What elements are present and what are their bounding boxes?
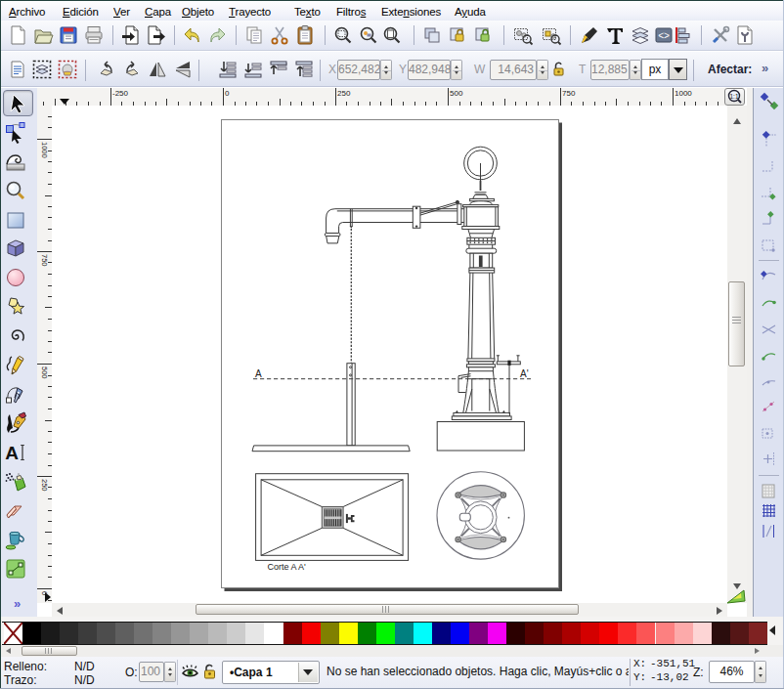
svg-text:750: 750 — [40, 254, 49, 267]
svg-text:0: 0 — [225, 89, 230, 98]
svg-text:Corte A A': Corte A A' — [268, 562, 307, 572]
svg-text:-250: -250 — [112, 89, 129, 98]
svg-text:1000: 1000 — [675, 89, 692, 98]
svg-text:1:1: 1:1 — [729, 93, 738, 100]
svg-text:<>: <> — [658, 30, 670, 41]
svg-text:250: 250 — [337, 89, 351, 98]
svg-text:A': A' — [520, 368, 529, 379]
svg-text:500: 500 — [40, 366, 49, 379]
svg-text:500: 500 — [450, 89, 463, 98]
svg-text:A: A — [255, 368, 262, 379]
svg-text:750: 750 — [562, 89, 576, 98]
svg-text:250: 250 — [40, 479, 49, 492]
svg-text:1000: 1000 — [40, 142, 49, 158]
svg-text:A: A — [5, 443, 19, 463]
